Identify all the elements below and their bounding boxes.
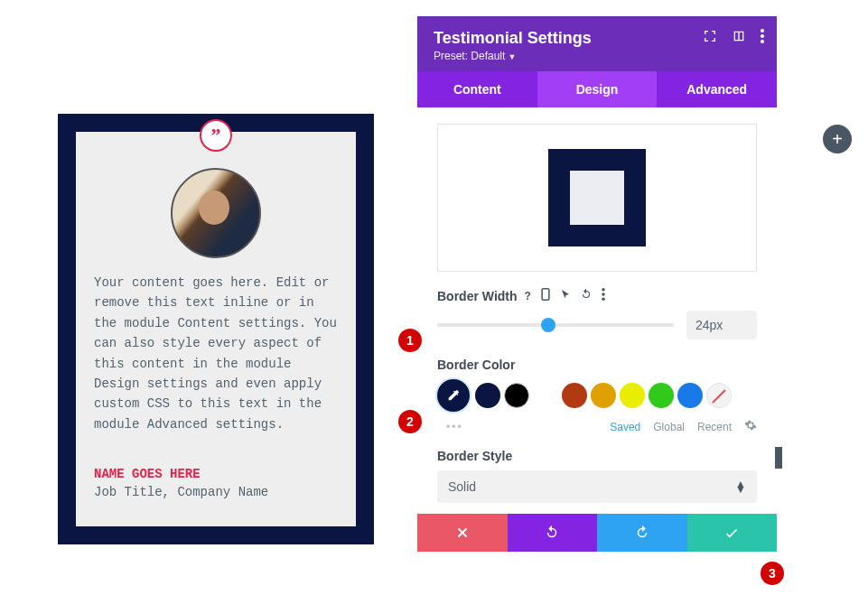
color-swatch[interactable]: [649, 383, 674, 408]
color-swatch[interactable]: [475, 383, 500, 408]
tab-content[interactable]: Content: [417, 71, 537, 107]
border-width-label: Border Width: [437, 289, 518, 303]
color-swatch[interactable]: [562, 383, 587, 408]
reset-icon[interactable]: [580, 288, 593, 303]
chevron-down-icon: ▼: [508, 52, 516, 61]
expand-icon[interactable]: [703, 29, 717, 47]
testimonial-name[interactable]: NAME GOES HERE: [94, 467, 338, 481]
tab-bar: Content Design Advanced: [417, 71, 777, 107]
undo-button[interactable]: [508, 514, 598, 552]
panel-footer: [417, 514, 777, 552]
palette-recent[interactable]: Recent: [697, 421, 732, 433]
help-icon[interactable]: ?: [525, 290, 531, 302]
select-caret-icon: ▲▼: [735, 481, 746, 492]
panel-header: Testimonial Settings Preset: Default▼: [417, 16, 777, 71]
color-swatches: [437, 379, 757, 412]
border-width-input[interactable]: 24px: [686, 311, 757, 339]
layout-icon[interactable]: [732, 29, 746, 47]
border-width-slider[interactable]: [437, 323, 674, 327]
border-style-value: Solid: [448, 479, 476, 494]
testimonial-body[interactable]: Your content goes here. Edit or remove t…: [94, 273, 338, 434]
palette-global[interactable]: Global: [653, 421, 685, 433]
quote-icon: ”: [200, 119, 232, 152]
color-swatch[interactable]: [677, 383, 703, 408]
settings-panel: Testimonial Settings Preset: Default▼ Co…: [417, 16, 777, 552]
cancel-button[interactable]: [417, 514, 508, 552]
palette-saved[interactable]: Saved: [610, 421, 640, 433]
svg-point-2: [761, 40, 764, 43]
add-button[interactable]: +: [823, 125, 852, 153]
svg-point-4: [602, 288, 605, 292]
panel-body: Border Width ? 24px Border Color: [417, 107, 777, 514]
redo-button[interactable]: [597, 514, 687, 552]
border-style-select[interactable]: Solid ▲▼: [437, 470, 757, 503]
palette-settings-icon[interactable]: [744, 419, 757, 434]
swatch-more-icon[interactable]: •••: [446, 421, 463, 433]
avatar: [171, 168, 261, 258]
color-swatch[interactable]: [504, 383, 529, 408]
border-color-label: Border Color: [437, 358, 515, 372]
preview-square: [548, 149, 646, 246]
annotation-3: 3: [761, 562, 784, 585]
testimonial-job[interactable]: Job Title, Company Name: [94, 485, 338, 499]
annotation-1: 1: [398, 329, 422, 352]
more-icon[interactable]: [761, 29, 764, 47]
svg-rect-3: [542, 289, 549, 300]
option-more-icon[interactable]: [602, 288, 605, 303]
svg-point-0: [761, 29, 764, 33]
eyedropper-icon[interactable]: [437, 379, 470, 412]
border-preview: [437, 124, 757, 272]
testimonial-inner: ” Your content goes here. Edit or remove…: [76, 132, 356, 526]
border-style-label: Border Style: [437, 449, 512, 463]
drag-tab-icon[interactable]: [775, 447, 782, 469]
slider-thumb[interactable]: [541, 318, 555, 332]
tab-design[interactable]: Design: [537, 71, 658, 107]
color-swatch[interactable]: [591, 383, 616, 408]
annotation-2: 2: [398, 410, 422, 433]
color-swatch[interactable]: [533, 383, 558, 408]
svg-point-6: [602, 298, 605, 302]
tab-advanced[interactable]: Advanced: [657, 71, 777, 107]
hover-icon[interactable]: [560, 288, 571, 303]
color-swatch-none[interactable]: [706, 383, 732, 408]
color-swatch[interactable]: [620, 383, 645, 408]
preset-dropdown[interactable]: Preset: Default▼: [434, 50, 761, 62]
svg-point-1: [761, 34, 764, 38]
save-button[interactable]: [687, 514, 778, 552]
testimonial-card: ” Your content goes here. Edit or remove…: [58, 114, 374, 544]
preset-label: Preset: Default: [434, 50, 505, 62]
responsive-icon[interactable]: [540, 288, 551, 303]
svg-point-5: [602, 293, 605, 296]
